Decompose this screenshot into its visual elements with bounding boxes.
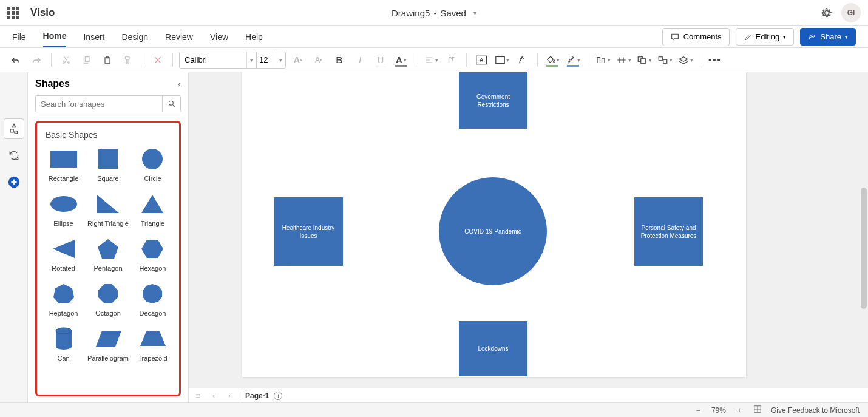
bold-button[interactable]: B [331,52,348,69]
prev-page-icon[interactable]: ‹ [208,392,219,400]
font-selector[interactable]: ▾ ▾ [179,52,286,69]
chevron-down-icon: ▾ [473,10,476,16]
tab-insert[interactable]: Insert [83,27,104,47]
tab-view[interactable]: View [210,27,228,47]
chevron-down-icon: ▾ [845,34,848,40]
font-color-button[interactable]: A▾ [393,52,410,69]
svg-marker-11 [53,240,75,258]
user-avatar[interactable]: GI [841,3,861,22]
svg-text:A: A [480,57,484,63]
canvas-shape-top[interactable]: Government Restrictions [459,72,527,129]
drawing-page[interactable]: Government Restrictions Healthcare Indus… [242,72,746,377]
text-box-button[interactable]: A [473,52,490,69]
format-painter-button [120,52,137,69]
canvas-shape-left[interactable]: Healthcare Industry Issues [274,197,343,266]
tab-file[interactable]: File [12,27,26,47]
paste-button[interactable] [99,52,116,69]
shape-right-triangle[interactable]: Right Triangle [87,193,129,227]
connector-button[interactable] [514,52,531,69]
cut-button [58,52,75,69]
bring-forward-button[interactable]: ▾ [636,52,653,69]
shape-trapezoid[interactable]: Trapezoid [132,328,173,362]
doc-name: Drawing5 [392,8,430,18]
collapse-panel-icon[interactable]: ‹ [178,79,181,89]
tab-help[interactable]: Help [245,27,263,47]
svg-marker-14 [53,284,74,303]
add-page-button[interactable]: + [274,392,282,400]
shape-square[interactable]: Square [87,148,129,182]
shape-triangle[interactable]: Triangle [132,193,173,227]
shape-decagon[interactable]: Decagon [132,283,173,317]
vertical-scroll-track[interactable] [860,72,868,402]
canvas[interactable]: Government Restrictions Healthcare Indus… [189,72,868,402]
next-page-icon[interactable]: › [224,392,235,400]
rail-add-button[interactable] [4,172,24,192]
toolbar: ▾ ▾ A▴ A▾ B I U A▾ ▾ A ▾ ▾ ▾ ▾ ▾ ▾ ▾ ▾ •… [0,48,868,72]
feedback-link[interactable]: Give Feedback to Microsoft [771,406,860,415]
arrange-align-button[interactable]: ▾ [594,52,611,69]
font-size-input[interactable] [256,52,276,68]
page-tab[interactable]: Page-1 [245,392,269,400]
doc-saved: Saved [440,8,466,18]
svg-marker-22 [140,331,166,346]
tab-design[interactable]: Design [121,27,148,47]
font-name-input[interactable] [180,52,246,68]
shape-pentagon[interactable]: Pentagon [87,238,129,272]
basic-shapes-title: Basic Shapes [43,130,173,140]
svg-marker-16 [143,284,162,303]
zoom-level[interactable]: 79% [711,406,726,415]
text-orientation-button [443,52,460,69]
shapes-search-input[interactable] [36,96,162,112]
editing-mode-button[interactable]: Editing ▾ [736,28,795,46]
tab-review[interactable]: Review [165,27,193,47]
position-button[interactable]: ▾ [615,52,632,69]
pages-menu-icon[interactable]: ≡ [192,392,203,400]
shape-rotated-triangle[interactable]: Rotated [43,238,84,272]
vertical-scrollbar[interactable] [861,188,867,309]
canvas-shape-center[interactable]: COVID-19 Pandemic [439,177,547,285]
chevron-down-icon[interactable]: ▾ [246,52,256,68]
shapes-search[interactable] [35,95,181,112]
document-title[interactable]: Drawing5 - Saved ▾ [392,8,476,18]
align-button: ▾ [422,52,439,69]
shape-rectangle[interactable]: Rectangle [43,148,84,182]
undo-button[interactable] [7,52,24,69]
shapes-panel: Shapes ‹ Basic Shapes Rectangle Square C… [28,72,189,402]
app-launcher-icon[interactable] [7,7,19,19]
shape-heptagon[interactable]: Heptagon [43,283,84,317]
settings-icon[interactable] [821,7,833,19]
line-color-button[interactable]: ▾ [565,52,581,69]
shape-parallelogram[interactable]: Parallelogram [87,328,129,362]
zoom-out-button[interactable]: − [693,406,703,415]
group-button[interactable]: ▾ [656,52,673,69]
svg-marker-21 [96,331,121,347]
shape-octagon[interactable]: Octagon [87,283,129,317]
zoom-in-button[interactable]: + [734,406,744,415]
canvas-shape-right[interactable]: Personal Safety and Protection Measures [634,197,703,266]
comments-button[interactable]: Comments [662,28,730,46]
share-button[interactable]: Share ▾ [800,28,856,46]
shape-ellipse[interactable]: Ellipse [43,193,84,227]
more-button[interactable]: ••• [707,52,724,69]
svg-rect-6 [663,59,666,63]
shape-can[interactable]: Can [43,328,84,362]
layers-button[interactable]: ▾ [677,52,694,69]
fit-page-button[interactable] [753,405,762,415]
status-bar: − 79% + Give Feedback to Microsoft [0,402,868,417]
svg-rect-2 [495,56,504,63]
chevron-down-icon[interactable]: ▾ [276,52,285,68]
search-icon[interactable] [162,96,180,112]
page-tabs-bar: ≡ ‹ › Page-1 + [189,388,868,402]
italic-button: I [351,52,368,69]
shape-hexagon[interactable]: Hexagon [132,238,173,272]
fill-color-button[interactable]: ▾ [544,52,561,69]
pencil-icon [744,33,752,41]
shape-circle[interactable]: Circle [132,148,173,182]
canvas-shape-bottom[interactable]: Lockdowns [459,321,527,376]
rail-shapes-button[interactable] [4,118,24,139]
underline-button: U [372,52,389,69]
tab-home[interactable]: Home [43,26,67,47]
shape-outline-button[interactable]: ▾ [493,52,510,69]
rail-sync-button[interactable] [4,145,24,166]
ribbon-tabs: File Home Insert Design Review View Help… [0,26,868,48]
